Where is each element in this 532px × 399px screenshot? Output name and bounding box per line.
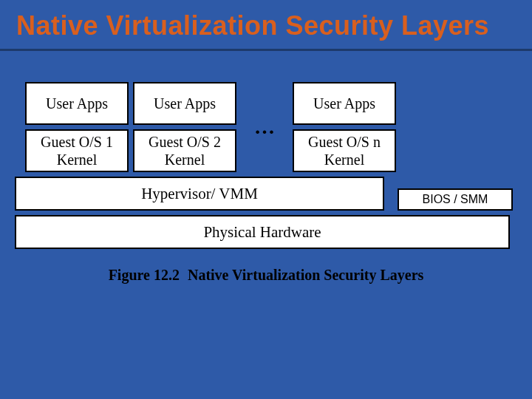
spacer xyxy=(0,51,532,82)
slide-title: Native Virtualization Security Layers xyxy=(0,0,532,46)
spacer xyxy=(15,82,25,172)
hypervisor-row: Hypervisor/ VMM BIOS / SMM xyxy=(15,177,517,211)
guest-vm-2: User Apps Guest O/S 2 Kernel xyxy=(133,82,236,172)
user-apps-box: User Apps xyxy=(293,82,396,125)
guest-kernel-box: Guest O/S 1 Kernel xyxy=(25,129,129,172)
kernel-line1: Guest O/S 2 xyxy=(149,133,221,151)
guest-vm-row: User Apps Guest O/S 1 Kernel User Apps G… xyxy=(15,82,517,172)
figure-title: Native Virtualization Security Layers xyxy=(188,267,423,283)
kernel-line1: Guest O/S n xyxy=(308,133,381,151)
guest-kernel-box: Guest O/S 2 Kernel xyxy=(133,129,236,172)
bios-smm-box: BIOS / SMM xyxy=(398,188,513,211)
guest-vm-n: User Apps Guest O/S n Kernel xyxy=(293,82,396,172)
guest-vm-1: User Apps Guest O/S 1 Kernel xyxy=(25,82,129,172)
figure-caption: Figure 12.2 Native Virtualization Securi… xyxy=(15,267,517,284)
kernel-line1: Guest O/S 1 xyxy=(41,133,113,151)
user-apps-box: User Apps xyxy=(25,82,129,125)
figure-number: Figure 12.2 xyxy=(109,267,180,283)
kernel-line2: Kernel xyxy=(308,151,381,168)
kernel-line2: Kernel xyxy=(149,151,221,168)
guest-kernel-box: Guest O/S n Kernel xyxy=(293,129,396,172)
kernel-line2: Kernel xyxy=(41,151,113,168)
physical-row: Physical Hardware xyxy=(15,215,517,249)
user-apps-box: User Apps xyxy=(133,82,236,125)
hypervisor-box: Hypervisor/ VMM xyxy=(15,177,384,211)
ellipsis-icon: … xyxy=(245,82,285,172)
physical-hardware-box: Physical Hardware xyxy=(15,215,510,249)
virtualization-diagram: User Apps Guest O/S 1 Kernel User Apps G… xyxy=(15,82,517,284)
